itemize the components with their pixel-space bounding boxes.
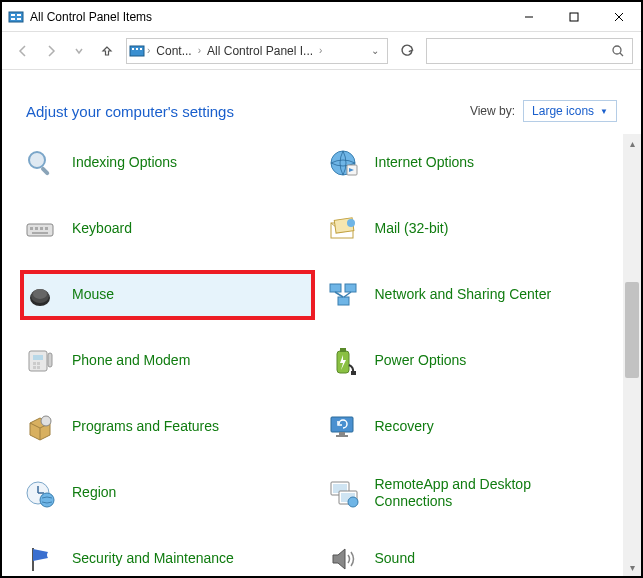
- svg-rect-4: [17, 18, 21, 20]
- scroll-up-button[interactable]: ▴: [623, 134, 641, 152]
- search-icon[interactable]: [610, 44, 626, 58]
- item-label: Network and Sharing Center: [375, 286, 552, 304]
- recent-locations-button[interactable]: [66, 38, 92, 64]
- svg-rect-49: [336, 435, 348, 437]
- svg-point-15: [29, 152, 45, 168]
- item-label: Keyboard: [72, 220, 132, 238]
- crumb-label: All Control Panel I...: [207, 44, 313, 58]
- address-bar[interactable]: › Cont... › All Control Panel I... › ⌄: [126, 38, 388, 64]
- svg-rect-38: [33, 362, 36, 365]
- back-button[interactable]: [10, 38, 36, 64]
- item-remoteapp[interactable]: RemoteApp and Desktop Connections: [325, 470, 616, 516]
- control-panel-window: All Control Panel Items › Cont... › All …: [0, 0, 643, 578]
- breadcrumb-all-items[interactable]: All Control Panel I...: [203, 44, 317, 58]
- svg-rect-20: [30, 227, 33, 230]
- item-security-maintenance[interactable]: Security and Maintenance: [22, 536, 313, 576]
- clock-globe-icon: [22, 475, 58, 511]
- body-area: Indexing Options Internet Options Keyboa…: [2, 134, 641, 576]
- breadcrumb-control-panel[interactable]: Cont...: [152, 44, 195, 58]
- search-box[interactable]: [426, 38, 633, 64]
- svg-line-34: [335, 292, 343, 297]
- scroll-track[interactable]: [623, 152, 641, 558]
- svg-rect-42: [48, 353, 52, 367]
- chevron-down-icon: ▼: [600, 107, 608, 116]
- svg-point-27: [347, 219, 355, 227]
- view-by-dropdown[interactable]: Large icons ▼: [523, 100, 617, 122]
- globe-icon: [325, 145, 361, 181]
- view-by-control: View by: Large icons ▼: [470, 100, 617, 122]
- svg-rect-3: [11, 18, 15, 20]
- item-network-sharing[interactable]: Network and Sharing Center: [325, 272, 616, 318]
- svg-line-35: [344, 292, 351, 297]
- phone-icon: [22, 343, 58, 379]
- svg-point-30: [33, 289, 47, 299]
- scroll-down-button[interactable]: ▾: [623, 558, 641, 576]
- item-label: Security and Maintenance: [72, 550, 234, 568]
- svg-rect-2: [17, 14, 21, 16]
- svg-rect-22: [40, 227, 43, 230]
- items-grid: Indexing Options Internet Options Keyboa…: [2, 134, 623, 576]
- item-mail[interactable]: Mail (32-bit): [325, 206, 616, 252]
- address-history-dropdown[interactable]: ⌄: [365, 45, 385, 56]
- refresh-button[interactable]: [394, 38, 420, 64]
- titlebar-left: All Control Panel Items: [8, 9, 152, 25]
- svg-rect-37: [33, 355, 43, 360]
- item-label: Phone and Modem: [72, 352, 190, 370]
- navigation-toolbar: › Cont... › All Control Panel I... › ⌄: [2, 32, 641, 70]
- chevron-right-icon[interactable]: ›: [145, 45, 152, 56]
- chevron-right-icon[interactable]: ›: [196, 45, 203, 56]
- svg-rect-32: [345, 284, 356, 292]
- item-label: RemoteApp and Desktop Connections: [375, 476, 565, 511]
- close-button[interactable]: [596, 3, 641, 31]
- item-label: Mouse: [72, 286, 114, 304]
- svg-rect-23: [45, 227, 48, 230]
- svg-line-14: [620, 53, 623, 56]
- keyboard-icon: [22, 211, 58, 247]
- svg-rect-12: [140, 48, 142, 50]
- item-internet-options[interactable]: Internet Options: [325, 140, 616, 186]
- item-power-options[interactable]: Power Options: [325, 338, 616, 384]
- view-by-value: Large icons: [532, 104, 594, 118]
- item-sound[interactable]: Sound: [325, 536, 616, 576]
- titlebar: All Control Panel Items: [2, 2, 641, 32]
- svg-point-58: [348, 497, 358, 507]
- search-input[interactable]: [433, 44, 610, 58]
- scroll-thumb[interactable]: [625, 282, 639, 378]
- item-recovery[interactable]: Recovery: [325, 404, 616, 450]
- box-icon: [22, 409, 58, 445]
- svg-rect-41: [37, 366, 40, 369]
- item-label: Sound: [375, 550, 415, 568]
- up-button[interactable]: [94, 38, 120, 64]
- page-heading: Adjust your computer's settings: [26, 103, 234, 120]
- item-programs-features[interactable]: Programs and Features: [22, 404, 313, 450]
- control-panel-icon: [8, 9, 24, 25]
- svg-rect-0: [9, 12, 23, 22]
- svg-rect-6: [570, 13, 578, 21]
- svg-rect-10: [132, 48, 134, 50]
- chevron-right-icon[interactable]: ›: [317, 45, 324, 56]
- svg-rect-24: [32, 232, 48, 234]
- svg-rect-9: [130, 46, 144, 56]
- svg-rect-16: [40, 166, 50, 176]
- svg-rect-39: [37, 362, 40, 365]
- item-keyboard[interactable]: Keyboard: [22, 206, 313, 252]
- item-label: Region: [72, 484, 116, 502]
- item-label: Indexing Options: [72, 154, 177, 172]
- window-title: All Control Panel Items: [30, 10, 152, 24]
- mouse-icon: [22, 277, 58, 313]
- vertical-scrollbar[interactable]: ▴ ▾: [623, 134, 641, 576]
- address-icon: [129, 43, 145, 59]
- view-by-label: View by:: [470, 104, 515, 118]
- item-indexing-options[interactable]: Indexing Options: [22, 140, 313, 186]
- item-region[interactable]: Region: [22, 470, 313, 516]
- item-phone-modem[interactable]: Phone and Modem: [22, 338, 313, 384]
- svg-rect-31: [330, 284, 341, 292]
- minimize-button[interactable]: [506, 3, 551, 31]
- battery-icon: [325, 343, 361, 379]
- mail-icon: [325, 211, 361, 247]
- item-mouse[interactable]: Mouse: [22, 272, 313, 318]
- maximize-button[interactable]: [551, 3, 596, 31]
- item-label: Mail (32-bit): [375, 220, 449, 238]
- svg-rect-11: [136, 48, 138, 50]
- forward-button[interactable]: [38, 38, 64, 64]
